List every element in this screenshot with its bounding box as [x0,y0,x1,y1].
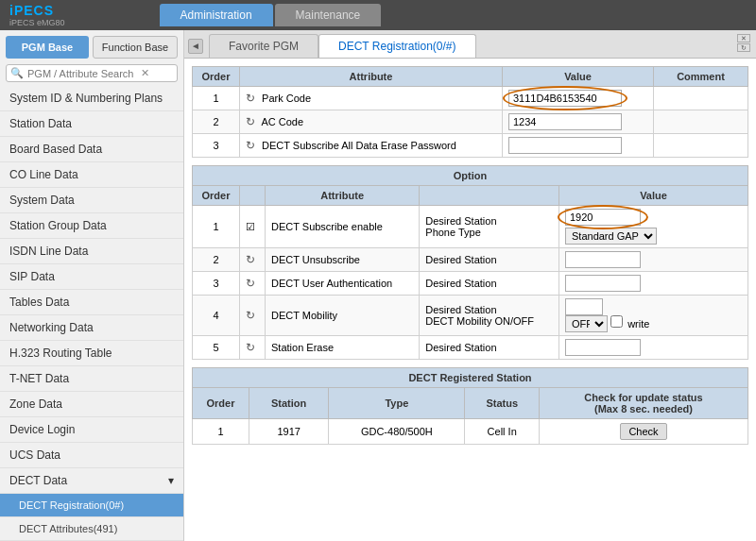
option-row-3: 3 ↻ DECT User Authentication Desired Sta… [193,272,748,296]
sidebar-item-networking[interactable]: Networking Data [0,315,183,341]
function-base-button[interactable]: Function Base [93,36,178,59]
refresh-icon-opt4[interactable]: ↻ [246,309,259,322]
reload-tab-button[interactable]: ↻ [737,43,750,52]
clear-search-icon[interactable]: ✕ [141,67,149,79]
option-row-5: 5 ↻ Station Erase Desired Station [193,336,748,360]
pgm-base-button[interactable]: PGM Base [6,36,89,59]
content-tabs: ◄ Favorite PGM DECT Registration(0/#) ✕ … [184,30,756,59]
sidebar-item-station-group[interactable]: Station Group Data [0,213,183,239]
tab-controls: ✕ ↻ [737,34,750,52]
refresh-icon-opt2[interactable]: ↻ [246,253,259,266]
main-layout: PGM Base Function Base 🔍 ✕ System ID & N… [0,30,756,541]
sidebar-item-tables[interactable]: Tables Data [0,290,183,315]
desired-station-3[interactable] [565,275,641,292]
search-icon: 🔍 [10,67,24,79]
sidebar-item-isdn-line[interactable]: ISDN Line Data [0,239,183,264]
tab-maintenance[interactable]: Maintenance [275,4,382,26]
refresh-icon-3[interactable]: ↻ [246,139,259,152]
sidebar-item-device-login[interactable]: Device Login [0,417,183,443]
top-bar: iPECS iPECS eMG80 Administration Mainten… [0,0,756,30]
logo-sub: iPECS eMG80 [9,18,65,27]
refresh-icon-2[interactable]: ↻ [246,115,259,128]
sidebar-item-tnet[interactable]: T-NET Data [0,366,183,392]
desired-station-4[interactable] [565,298,603,315]
sidebar-item-station-data[interactable]: Station Data [0,111,183,137]
close-tab-button[interactable]: ✕ [737,34,750,42]
col-comment: Comment [654,67,748,87]
refresh-icon-1[interactable]: ↻ [246,92,259,105]
park-code-input[interactable] [508,90,622,107]
sidebar-item-system-id[interactable]: System ID & Numbering Plans [0,86,183,111]
erase-password-input[interactable] [508,137,622,154]
station-row: 1 1917 GDC-480/500H Cell In Check [193,419,748,445]
sidebar-item-co-line[interactable]: CO Line Data [0,162,183,188]
sidebar-item-system-data[interactable]: System Data [0,188,183,213]
content-area: ◄ Favorite PGM DECT Registration(0/#) ✕ … [184,30,756,541]
sidebar: PGM Base Function Base 🔍 ✕ System ID & N… [0,30,184,541]
top-tabs: Administration Maintenance [160,4,382,26]
collapse-button[interactable]: ◄ [188,39,203,54]
sidebar-item-h323[interactable]: H.323 Routing Table [0,341,183,366]
option-row-4: 4 ↻ DECT Mobility Desired Station DECT M… [193,296,748,336]
station-table: DECT Registered Station Order Station Ty… [192,367,748,445]
ac-code-input[interactable] [508,113,622,130]
refresh-icon-opt5[interactable]: ↻ [246,341,259,354]
logo-area: iPECS iPECS eMG80 [9,3,65,27]
option-header: Option [193,166,748,186]
option-row-1: 1 ☑ DECT Subscribe enable Desired Statio… [193,206,748,248]
tab-favorite-pgm[interactable]: Favorite PGM [209,34,318,58]
tab-administration[interactable]: Administration [160,4,273,26]
sidebar-item-sip-data[interactable]: SIP Data [0,264,183,290]
logo-text: iPECS [9,3,65,18]
phone-type-select[interactable]: Standard GAP GAP CAT-iq [565,228,657,245]
desired-station-1[interactable] [565,209,641,226]
desired-station-2[interactable] [565,251,641,268]
sidebar-item-dect-attributes[interactable]: DECT Attributes(491) [0,517,183,541]
search-input[interactable] [27,68,141,79]
checkbox-subscribe[interactable]: ☑ [246,221,255,232]
option-table: Option Order Attribute Value 1 [192,165,748,360]
option-row-2: 2 ↻ DECT Unsubscribe Desired Station [193,248,748,272]
refresh-icon-opt3[interactable]: ↻ [246,277,259,290]
sidebar-item-board-based[interactable]: Board Based Data [0,137,183,162]
table-row: 3 ↻ DECT Subscribe All Data Erase Passwo… [193,134,748,158]
search-box: 🔍 ✕ [6,64,178,82]
col-value: Value [503,67,654,87]
sidebar-item-dect-registration[interactable]: DECT Registration(0#) [0,494,183,517]
chevron-down-icon: ▾ [168,474,174,487]
station-header: DECT Registered Station [193,368,748,388]
col-order: Order [193,67,240,87]
mobility-select[interactable]: OFF ON [565,315,608,332]
table-row: 2 ↻ AC Code [193,110,748,134]
attribute-table: Order Attribute Value Comment 1 ↻ Park C… [192,66,748,158]
sidebar-item-zone[interactable]: Zone Data [0,392,183,417]
sidebar-item-ucs[interactable]: UCS Data [0,443,183,468]
content-body: Order Attribute Value Comment 1 ↻ Park C… [184,59,756,541]
desired-station-5[interactable] [565,339,641,356]
check-button[interactable]: Check [620,423,666,440]
col-attribute: Attribute [240,67,503,87]
sidebar-item-dect-data[interactable]: DECT Data ▾ [0,468,183,494]
write-checkbox[interactable] [610,315,623,328]
sidebar-buttons: PGM Base Function Base [0,30,183,62]
tab-dect-registration[interactable]: DECT Registration(0/#) [318,34,476,58]
table-row: 1 ↻ Park Code [193,87,748,110]
